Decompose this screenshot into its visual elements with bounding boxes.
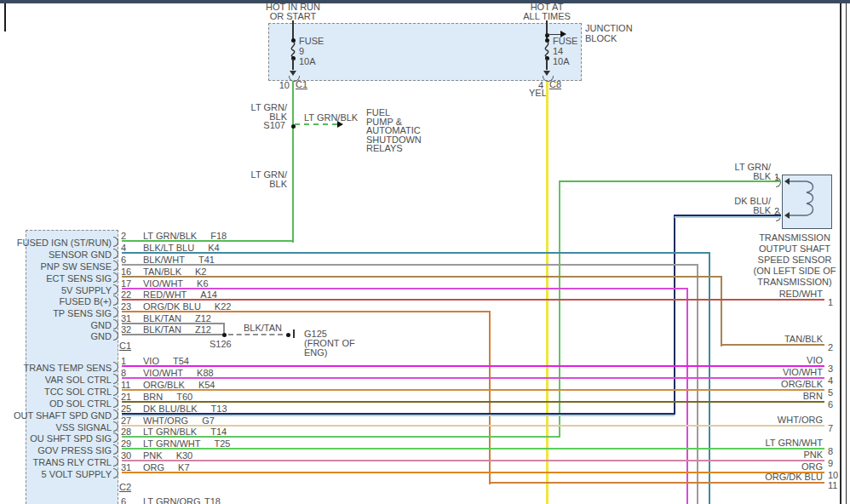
wire-segment xyxy=(122,425,824,427)
branch-destination: RELAYS xyxy=(366,143,403,153)
edge-pin-number: 3 xyxy=(828,364,833,374)
wire-color-label: BLK/TANZ12 xyxy=(143,313,211,324)
pin-signal-label: OUT SHAFT SPD GND xyxy=(14,410,112,421)
wire-color-label: BLK/WHT xyxy=(143,255,185,265)
pin-number: 4 xyxy=(121,243,126,253)
circuit-code: T60 xyxy=(176,392,192,402)
right-arrow-icon xyxy=(560,31,566,37)
wire-segment xyxy=(721,344,824,346)
connector-label: C2 xyxy=(119,482,131,492)
wire-color-label: LT GRN/BLKT14 xyxy=(143,427,227,437)
edge-wire-label: ORG/DK BLU xyxy=(765,472,823,482)
wire-segment-dashed xyxy=(228,334,283,335)
edge-wire-label: PNK xyxy=(803,450,823,460)
wire-color-label: ORGK7 xyxy=(143,462,190,472)
wire-color-label: PNKK30 xyxy=(143,450,192,461)
wire-color-label: BRN xyxy=(143,392,163,402)
edge-pin-number: 1 xyxy=(828,297,833,307)
wire-segment xyxy=(489,311,491,484)
edge-wire-label: ORG xyxy=(801,461,823,472)
wire-color-label: PNK xyxy=(143,450,163,461)
circuit-code: K30 xyxy=(176,450,193,461)
pin-number: 17 xyxy=(121,278,131,289)
wire-segment xyxy=(292,82,294,243)
pin-number: 11 xyxy=(121,380,130,390)
circuit-code: T14 xyxy=(210,427,227,437)
circuit-code: K7 xyxy=(178,462,189,472)
pin-signal-label: GND xyxy=(91,320,112,330)
edge-wire-label: VIO xyxy=(807,355,823,365)
wire-color-label: ORG/BLKK54 xyxy=(143,380,215,390)
pin-number: 8 xyxy=(121,368,126,378)
circuit-code: F18 xyxy=(210,231,227,241)
wire-segment xyxy=(560,180,781,182)
wire-color-label: LT GRN/BLK xyxy=(304,112,358,123)
edge-wire-label: TAN/BLK xyxy=(784,334,823,344)
wire-segment xyxy=(122,401,824,403)
circuit-code: K88 xyxy=(197,368,214,378)
pin-number: 32 xyxy=(121,324,131,335)
wire-color-label: ORG/BLK xyxy=(143,380,185,390)
right-frame-line-outer xyxy=(840,3,841,504)
sensor-caption: TRANSMISSION) xyxy=(735,277,850,287)
wire-color-label: LT GRN/BLK xyxy=(143,427,197,437)
pin-number: 27 xyxy=(121,415,131,426)
circuit-code: T13 xyxy=(211,404,227,414)
edge-pin-number: 5 xyxy=(828,387,833,398)
pin-signal-label: GND xyxy=(91,331,112,341)
wire-segment xyxy=(122,460,824,461)
feed-wire xyxy=(292,20,294,39)
pin-number: 6 xyxy=(121,255,126,265)
wire-color-label: LT GRN/WHTT25 xyxy=(143,438,230,449)
edge-wire-label: WHT/ORG xyxy=(778,415,823,425)
wire-color-label: VIO xyxy=(143,356,159,366)
left-frame-tick xyxy=(4,3,6,32)
wire-color-label: LT GRN/ORG xyxy=(143,496,200,504)
fuse-number: 14 xyxy=(553,46,563,56)
pin-signal-label: VAR SOL CTRL xyxy=(45,375,112,385)
wire-color-label: LT GRN/WHT xyxy=(143,438,200,449)
wire-color-label: TAN/BLK xyxy=(143,266,181,277)
edge-pin-number: 6 xyxy=(828,399,833,410)
pin-number: 25 xyxy=(121,404,131,414)
wire-color-label: VIO/WHT xyxy=(143,278,183,289)
wire-color-label: BLK/TAN xyxy=(143,313,181,324)
wire-color-label: RED/WHT xyxy=(143,289,187,300)
edge-wire-label: ORG/BLK xyxy=(781,379,823,389)
pin-signal-label: GOV PRESS SIG xyxy=(37,445,112,455)
wire-segment xyxy=(675,215,781,216)
right-arrow-icon xyxy=(337,121,343,128)
pin-number: 16 xyxy=(121,266,131,277)
circuit-code: K22 xyxy=(215,301,232,312)
feed-wire xyxy=(292,59,294,70)
connector-label: C1 xyxy=(119,341,131,351)
sensor-caption: OUTPUT SHAFT xyxy=(735,243,850,254)
pin-number: 22 xyxy=(121,289,131,300)
wire-segment xyxy=(122,377,824,379)
wire-color-label: ORG/DK BLU xyxy=(143,301,201,312)
pin-number: 30 xyxy=(121,450,131,461)
pin-signal-label: PNP SW SENSE xyxy=(40,261,112,272)
wire-color-label: BLK/WHTT41 xyxy=(143,255,215,265)
wire-color-label: BLK/LT BLUK4 xyxy=(143,243,220,253)
pin-number: 29 xyxy=(121,438,131,449)
connector-arrow-icon xyxy=(784,212,790,219)
pin-signal-label: 5V SUPPLY xyxy=(61,285,112,295)
wire-segment-dashed xyxy=(295,123,337,125)
wire-color-label: WHT/ORGG7 xyxy=(143,415,215,426)
wire-segment xyxy=(122,365,824,367)
wire-color-label: VIOT54 xyxy=(143,356,189,366)
wire-color-label: ORG xyxy=(143,462,164,472)
circuit-code: T18 xyxy=(204,496,221,504)
sensor-caption: (ON LEFT SIDE OF xyxy=(735,266,850,276)
junction-block-label-line1: JUNCTION xyxy=(585,23,633,33)
circuit-code: T25 xyxy=(214,438,230,449)
coil-icon xyxy=(784,175,828,226)
edge-pin-number: 10 xyxy=(828,470,838,480)
pin-signal-label: TRANS TEMP SENS xyxy=(23,363,112,373)
circuit-code: G7 xyxy=(202,415,215,426)
pin-signal-label: 5 VOLT SUPPLY xyxy=(41,469,112,479)
circuit-code: K2 xyxy=(195,266,206,277)
wire-color-label: RED/WHTA14 xyxy=(143,289,217,300)
edge-pin-number: 11 xyxy=(828,480,837,490)
